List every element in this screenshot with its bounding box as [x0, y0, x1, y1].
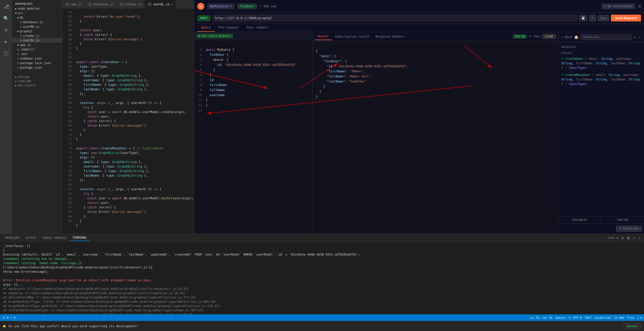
- notification-bar: Do you find this app useful? Would you m…: [0, 321, 644, 331]
- settings-icon[interactable]: ⚙: [638, 4, 641, 9]
- terminal-content[interactable]: _interfaces: [] } Executing (default): S…: [0, 242, 644, 314]
- docs-mutation-label: Mutation: [561, 45, 641, 49]
- run-query-button[interactable]: ▶ Run query MyQuery: [196, 34, 233, 38]
- sidebar-item-env[interactable]: ≡ .env: [12, 52, 62, 56]
- clear-button[interactable]: CLEAR: [542, 34, 556, 39]
- docs-close-icon[interactable]: ✕: [634, 35, 636, 39]
- code-content: 4445464748495051525354555657585960616263…: [63, 9, 194, 234]
- terminal-line: [nodemon] starting `babel-node ./src/app…: [3, 261, 641, 265]
- terminal-line: [3, 274, 641, 278]
- docs-create-many-user-field[interactable]: • createManyUser ( email: String, userna…: [561, 73, 641, 86]
- request-type-tabs: Query Pre-request Post-request: [194, 24, 644, 32]
- sidebar-item-babelrc[interactable]: ≡ .babelrc: [12, 47, 62, 52]
- url-input[interactable]: [213, 15, 577, 21]
- sidebar-item-app-js[interactable]: ≡ app.js: [12, 43, 62, 47]
- terminal-error-line: Error: Mutation.createManyUser args must…: [3, 278, 641, 283]
- sidebar-item-database-js[interactable]: ≡ database.js: [12, 20, 62, 24]
- docs-expand-icon[interactable]: ⤢: [638, 35, 641, 39]
- send-request-button[interactable]: Send Request: [611, 15, 641, 21]
- variables-tab[interactable]: VARIABLES: [558, 216, 601, 224]
- query-toolbar: ▶ Run query MyQuery: [194, 32, 313, 40]
- sidebar-section-timeline[interactable]: ▶TIMELINE: [12, 79, 62, 84]
- terminal-line: at mapValue (C:\Users\maheraldous\Deskto…: [3, 291, 641, 295]
- sidebar-item-package-json[interactable]: ≡ package.json: [12, 65, 62, 70]
- terminal-line: _interfaces: []: [3, 244, 641, 248]
- docs-search-input[interactable]: [580, 34, 632, 40]
- code-lines[interactable]: return Error('No user found'); } return …: [74, 9, 194, 234]
- docs-home-icon[interactable]: 🏠: [574, 35, 578, 39]
- docs-back-button[interactable]: ← Back: [561, 35, 572, 39]
- terminal-delete-button[interactable]: 🗑: [625, 236, 632, 240]
- docs-content-area: Mutation FIELDS • createUser ( email: St…: [558, 42, 644, 216]
- tab-database-js[interactable]: ⬛database.js: [85, 0, 117, 9]
- code-editor: ⬛app.js ⬛database.js ⬛schema.js ⬛userQL.…: [63, 0, 194, 234]
- extensions-icon[interactable]: ⬛: [3, 49, 10, 57]
- refresh-button[interactable]: ↻: [589, 15, 596, 21]
- status-language[interactable]: JavaScript: [595, 316, 611, 319]
- tab-userql-js[interactable]: ⬛userQL.js ✕: [145, 0, 176, 9]
- terminal-line: at defineFieldMap (C:\Users\maheraldous\…: [3, 295, 641, 300]
- mutation-tab[interactable]: MyMutation ▾: [207, 4, 234, 9]
- tab-output[interactable]: OUTPUT: [23, 235, 40, 241]
- query-editor: ▶ Run query MyQuery 1 query MyQuery { 2 …: [194, 32, 313, 234]
- sidebar-item-usermd-js[interactable]: ≡ userMD.js: [12, 24, 62, 29]
- sidebar-item-db[interactable]: ▼ db: [12, 15, 62, 20]
- sidebar-section-npm[interactable]: ▶NPM SCRIPTS: [12, 84, 62, 88]
- variables-tracing-bar: VARIABLES TRACING: [558, 216, 644, 224]
- source-control-icon[interactable]: ⊞: [3, 26, 10, 33]
- explorer-icon[interactable]: ⎇: [3, 3, 10, 10]
- save-button[interactable]: 💾: [579, 15, 587, 21]
- terminal-close-button[interactable]: ✕: [637, 236, 642, 240]
- tab-result[interactable]: Result: [315, 33, 332, 40]
- search-icon[interactable]: 🔍: [3, 15, 10, 22]
- sidebar-item-graphql[interactable]: ▼ graphql: [12, 29, 62, 34]
- terminal-line: C:\Users\maheraldous\Desktop\GraphQLAPI\…: [3, 265, 641, 270]
- tab-subscription[interactable]: Subscription result: [332, 33, 372, 40]
- terminal-line: at collectReferencedTypes (C:\Users\mahe…: [3, 308, 641, 313]
- notification-dot: [3, 325, 6, 327]
- tab-terminal[interactable]: TERMINAL: [69, 235, 90, 241]
- tab-response-headers[interactable]: Response headers: [373, 33, 408, 40]
- status-bar: ⎇ 0 ⚠ 0 Ln 78, Col 43 Spaces: 4 UTF-8 CR…: [0, 314, 644, 321]
- terminal-add-button[interactable]: +: [614, 235, 620, 240]
- docs-header-bar: ← Back 🏠 ✕ ⤢: [558, 32, 644, 42]
- no-environment-dropdown[interactable]: ⊗ No environment: [601, 4, 636, 9]
- sidebar-item-nodemon-json[interactable]: ≡ nodemon.json: [12, 56, 62, 61]
- sidebar-item-userql-js[interactable]: ≡ userQL.js: [12, 38, 62, 43]
- status-flow: Flow: [627, 316, 634, 319]
- tab-debug-console[interactable]: DEBUG CONSOLE: [40, 235, 69, 241]
- terminal-chevron-button[interactable]: ∧: [632, 236, 637, 240]
- sidebar: GRAPHQLAPI ▶ node_modules ▼ src ▼ db ≡ d…: [12, 0, 63, 234]
- docs-button[interactable]: Docs: [598, 15, 609, 21]
- api-logo: ∞: [197, 3, 204, 10]
- tab-schema-js[interactable]: ⬛schema.js: [117, 0, 145, 9]
- sidebar-item-node-modules[interactable]: ▶ node_modules: [12, 6, 62, 11]
- sidebar-item-src[interactable]: ▼ src: [12, 11, 62, 15]
- tab-post-request[interactable]: Post-request: [243, 24, 273, 32]
- sidebar-item-schema-js[interactable]: ≡ schema.js: [12, 34, 62, 38]
- request-bar: POST 💾 ↻ Docs Send Request: [194, 13, 644, 24]
- query-code-editor[interactable]: 1 query MyQuery { 2 findUser { 3 where: …: [194, 40, 313, 234]
- time-badge: ⏱ 34ms: [529, 35, 540, 38]
- status-line-ending: CRLF: [585, 316, 592, 319]
- tab-app-js[interactable]: ⬛app.js: [63, 0, 85, 9]
- find-user-tab[interactable]: findUser: [237, 4, 257, 9]
- donate-button[interactable]: Donate: [624, 323, 641, 329]
- tab-problems[interactable]: PROBLEMS: [2, 235, 23, 241]
- tracing-tab[interactable]: TRACING: [601, 216, 644, 224]
- tab-pre-request[interactable]: Pre-request: [214, 24, 242, 32]
- tab-query[interactable]: Query: [197, 24, 214, 32]
- terminal-split-button[interactable]: ⊞: [620, 236, 625, 240]
- git-branch-status[interactable]: ⎇ 0 ⚠ 0: [2, 316, 15, 319]
- download-button[interactable]: ⬇ DOWNLOAD: [616, 226, 642, 232]
- editor-tabs: ⬛app.js ⬛database.js ⬛schema.js ⬛userQL.…: [63, 0, 194, 9]
- sidebar-section-outline[interactable]: ▶OUTLINE: [12, 75, 62, 79]
- sidebar-header: GRAPHQLAPI: [12, 0, 62, 6]
- add-new-button[interactable]: + Add new: [260, 5, 276, 8]
- result-tabs-bar: Result Subscription result Response head…: [313, 32, 558, 41]
- sidebar-item-package-lock[interactable]: ≡ package-lock.json: [12, 61, 62, 65]
- method-badge[interactable]: POST: [197, 15, 211, 21]
- debug-icon[interactable]: ▶: [3, 38, 10, 45]
- terminal-line: at new GraphQLSchema (C:\Users\maheraldo…: [3, 313, 641, 314]
- docs-create-user-field[interactable]: • createUser ( email: String, username: …: [561, 57, 641, 70]
